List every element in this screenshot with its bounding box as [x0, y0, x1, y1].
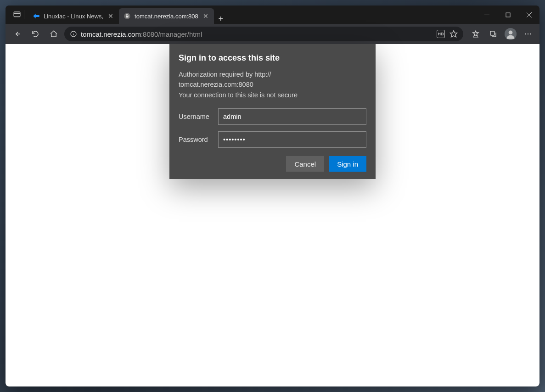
- browser-window: Linuxiac - Linux News, ✕ tomcat.nerezia.…: [6, 6, 539, 386]
- new-tab-button[interactable]: +: [214, 14, 228, 24]
- auth-desc-line: Your connection to this site is not secu…: [179, 91, 298, 99]
- avatar-icon: [505, 28, 517, 40]
- username-label: Username: [179, 113, 218, 120]
- titlebar: Linuxiac - Linux News, ✕ tomcat.nerezia.…: [6, 6, 539, 24]
- svg-marker-13: [473, 31, 478, 36]
- toolbar: tomcat.nerezia.com:8080/manager/html HD: [6, 24, 539, 44]
- dialog-description: Authorization required by http:// tomcat…: [179, 69, 366, 100]
- close-icon[interactable]: ✕: [202, 12, 209, 20]
- auth-desc-line: Authorization required by http://: [179, 71, 271, 78]
- window-controls: [476, 6, 539, 24]
- tab-title: tomcat.nerezia.com:808: [135, 13, 198, 20]
- page-viewport: Sign in to access this site Authorizatio…: [6, 44, 539, 386]
- signin-button[interactable]: Sign in: [329, 156, 366, 172]
- password-row: Password: [179, 131, 366, 148]
- menu-button[interactable]: [520, 26, 536, 42]
- username-row: Username: [179, 108, 366, 125]
- close-icon[interactable]: ✕: [107, 12, 114, 20]
- minimize-button[interactable]: [476, 6, 497, 24]
- svg-point-19: [528, 34, 528, 34]
- url-rest: :8080/manager/html: [141, 30, 202, 38]
- profile-button[interactable]: [503, 26, 518, 42]
- tab-title: Linuxiac - Linux News,: [44, 13, 103, 20]
- back-button[interactable]: [9, 26, 25, 42]
- svg-marker-12: [450, 31, 457, 37]
- dialog-buttons: Cancel Sign in: [179, 156, 366, 172]
- auth-desc-line: tomcat.nerezia.com:8080: [179, 81, 253, 88]
- collections-button[interactable]: [485, 26, 501, 42]
- svg-point-17: [509, 30, 513, 34]
- dialog-title: Sign in to access this site: [179, 53, 366, 63]
- svg-rect-0: [14, 12, 20, 17]
- home-button[interactable]: [46, 26, 62, 42]
- close-window-button[interactable]: [518, 6, 539, 24]
- addressbar-right: HD: [437, 30, 458, 38]
- site-info-icon[interactable]: [70, 30, 77, 38]
- favicon-linuxiac-icon: [33, 12, 40, 20]
- favicon-lock-icon: [124, 12, 131, 20]
- tab-actions: [9, 6, 28, 24]
- auth-dialog: Sign in to access this site Authorizatio…: [169, 44, 376, 179]
- refresh-button[interactable]: [28, 26, 43, 42]
- tab-strip: Linuxiac - Linux News, ✕ tomcat.nerezia.…: [28, 6, 228, 24]
- svg-point-18: [525, 34, 526, 34]
- tab-linuxiac[interactable]: Linuxiac - Linux News, ✕: [28, 8, 119, 24]
- url-host: tomcat.nerezia.com: [81, 30, 141, 38]
- svg-point-20: [530, 34, 531, 34]
- favorites-list-button[interactable]: [468, 26, 483, 42]
- svg-rect-3: [126, 16, 128, 17]
- translate-icon[interactable]: HD: [437, 30, 445, 38]
- tab-overview-icon[interactable]: [13, 11, 21, 19]
- divider: [24, 10, 24, 19]
- password-input[interactable]: [218, 131, 366, 148]
- svg-rect-15: [490, 31, 494, 35]
- password-label: Password: [179, 136, 218, 143]
- favorite-icon[interactable]: [449, 30, 458, 38]
- maximize-button[interactable]: [497, 6, 518, 24]
- toolbar-right: [466, 26, 536, 42]
- tab-tomcat[interactable]: tomcat.nerezia.com:808 ✕: [119, 8, 214, 24]
- svg-rect-5: [506, 13, 510, 17]
- url-text: tomcat.nerezia.com:8080/manager/html: [81, 30, 202, 38]
- username-input[interactable]: [218, 108, 366, 125]
- address-bar[interactable]: tomcat.nerezia.com:8080/manager/html HD: [64, 27, 463, 41]
- cancel-button[interactable]: Cancel: [286, 156, 324, 172]
